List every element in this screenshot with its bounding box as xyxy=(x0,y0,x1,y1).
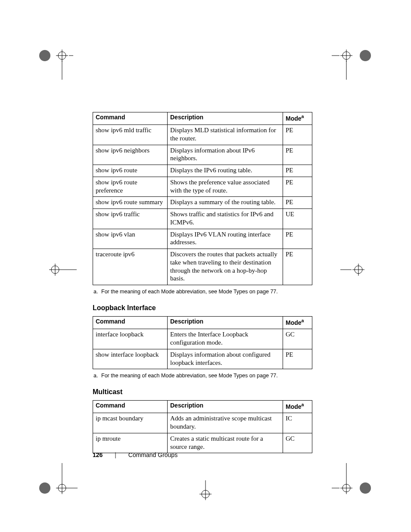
table1-body: show ipv6 mld trafficDisplays MLD statis… xyxy=(93,125,312,285)
crop-mark-icon xyxy=(47,262,77,279)
table-row: show ipv6 routeDisplays the IPv6 routing… xyxy=(93,165,312,177)
table-multicast: Command Description Modea ip mcast bound… xyxy=(93,400,312,453)
table-loopback: Command Description Modea interface loop… xyxy=(93,316,312,369)
table3-body: ip mcast boundaryAdds an administrative … xyxy=(93,413,312,453)
crop-mark-icon xyxy=(195,480,216,506)
table-row: show interface loopbackDisplays informat… xyxy=(93,349,312,369)
table-row: interface loopbackEnters the Interface L… xyxy=(93,329,312,349)
col-mode: Modea xyxy=(283,401,312,413)
svg-point-6 xyxy=(342,52,350,59)
svg-point-9 xyxy=(360,50,371,61)
col-mode: Modea xyxy=(283,112,312,125)
col-description: Description xyxy=(168,317,283,329)
svg-point-17 xyxy=(355,266,362,274)
crop-mark-icon xyxy=(332,50,375,84)
col-description: Description xyxy=(168,112,283,125)
col-mode: Modea xyxy=(283,317,312,329)
table-row: show ipv6 mld trafficDisplays MLD statis… xyxy=(93,125,312,145)
table-row: ip mrouteCreates a static multicast rout… xyxy=(93,433,312,453)
svg-point-12 xyxy=(51,266,59,274)
crop-mark-icon xyxy=(39,50,73,84)
footer-breadcrumb: Command Groups xyxy=(128,451,177,458)
footnote-a-2: a.For the meaning of each Mode abbreviat… xyxy=(93,373,312,379)
svg-point-29 xyxy=(39,482,50,494)
page-content: Command Description Modea show ipv6 mld … xyxy=(93,112,312,453)
svg-point-0 xyxy=(39,50,50,61)
table-row: show ipv6 route preferenceShows the pref… xyxy=(93,177,312,197)
table-row: show ipv6 trafficShows traffic and stati… xyxy=(93,209,312,229)
col-description: Description xyxy=(168,401,283,413)
crop-mark-icon xyxy=(332,463,375,498)
table2-body: interface loopbackEnters the Interface L… xyxy=(93,329,312,369)
crop-mark-icon xyxy=(39,463,78,498)
svg-point-31 xyxy=(342,484,350,492)
page-footer: 126 | Command Groups xyxy=(93,451,177,458)
crop-mark-icon xyxy=(340,262,371,279)
col-command: Command xyxy=(93,401,168,413)
table-row: show ipv6 vlanDisplays IPv6 VLAN routing… xyxy=(93,229,312,249)
svg-point-35 xyxy=(360,482,371,494)
table-row: traceroute ipv6Discovers the routes that… xyxy=(93,249,312,285)
section-loopback-interface: Loopback Interface xyxy=(93,304,312,312)
table-ipv6-commands: Command Description Modea show ipv6 mld … xyxy=(93,112,312,285)
svg-point-21 xyxy=(202,490,209,498)
table-row: show ipv6 route summaryDisplays a summar… xyxy=(93,197,312,209)
footer-separator: | xyxy=(115,451,116,458)
svg-point-1 xyxy=(58,52,66,59)
section-multicast: Multicast xyxy=(93,388,312,396)
col-command: Command xyxy=(93,317,168,329)
footnote-a: a.For the meaning of each Mode abbreviat… xyxy=(93,289,312,295)
svg-point-25 xyxy=(58,484,66,492)
col-command: Command xyxy=(93,112,168,125)
table-row: show ipv6 neighborsDisplays information … xyxy=(93,145,312,165)
table-row: ip mcast boundaryAdds an administrative … xyxy=(93,413,312,433)
page-number: 126 xyxy=(93,451,103,458)
